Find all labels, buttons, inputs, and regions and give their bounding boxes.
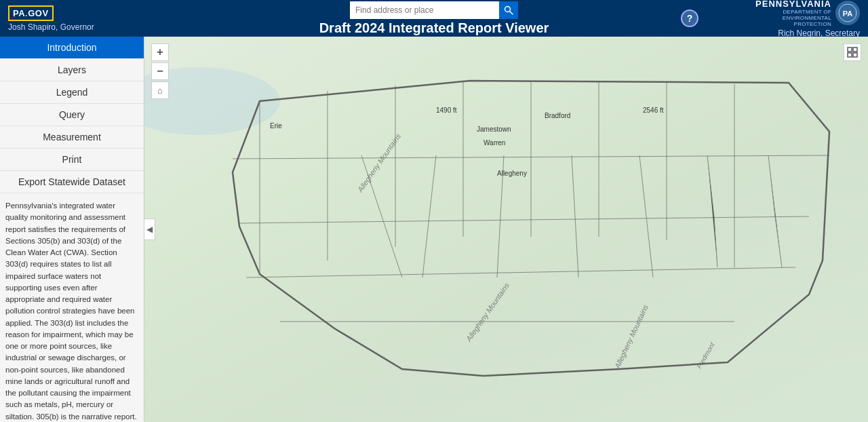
dep-text: pennsylvania DEPARTMENT OFENVIRONMENTALP… xyxy=(755,0,831,27)
sidebar-item-query[interactable]: Query xyxy=(0,104,144,126)
svg-text:PA: PA xyxy=(843,9,853,18)
sidebar-intro-content: Pennsylvania's integrated water quality … xyxy=(0,193,144,422)
sidebar-item-export[interactable]: Export Statewide Dataset xyxy=(0,171,144,193)
sidebar-item-legend[interactable]: Legend xyxy=(0,81,144,104)
svg-rect-6 xyxy=(144,37,868,422)
svg-text:Erie: Erie xyxy=(270,122,282,130)
sidebar-item-measurement[interactable]: Measurement xyxy=(0,126,144,149)
main-content: Introduction Layers Legend Query Measure… xyxy=(0,37,868,422)
search-bar xyxy=(350,1,518,19)
svg-rect-28 xyxy=(853,47,857,52)
governor-name: Josh Shapiro, Governor xyxy=(8,22,94,32)
svg-rect-29 xyxy=(848,53,852,57)
pa-label: PA xyxy=(13,8,25,18)
svg-text:2546 ft: 2546 ft xyxy=(643,107,664,114)
header-right: pennsylvania DEPARTMENT OFENVIRONMENTALP… xyxy=(711,0,860,38)
dep-logo: pennsylvania DEPARTMENT OFENVIRONMENTALP… xyxy=(755,0,860,27)
svg-rect-30 xyxy=(853,53,857,57)
map-controls: + − ⌂ xyxy=(151,43,169,99)
dep-dept-label: DEPARTMENT OFENVIRONMENTALPROTECTION xyxy=(783,9,831,27)
help-icon[interactable]: ? xyxy=(681,9,698,27)
pa-gov-badge[interactable]: PA.GOV xyxy=(8,5,54,21)
header-center: Draft 2024 Integrated Report Viewer xyxy=(157,1,711,36)
svg-text:Jamestown: Jamestown xyxy=(477,126,511,133)
gov-text: GOV xyxy=(28,8,48,18)
collapse-icon: ◀ xyxy=(146,225,153,234)
pa-map-svg: Allegheny Mountains Allegheny Mountains … xyxy=(144,37,868,422)
dep-logo-icon: PA xyxy=(835,1,860,25)
pa-eagle-icon: PA xyxy=(838,3,857,22)
header-left: PA.GOV Josh Shapiro, Governor xyxy=(8,5,157,32)
search-icon xyxy=(504,5,513,15)
svg-line-1 xyxy=(510,11,513,14)
zoom-out-button[interactable]: − xyxy=(151,62,169,80)
zoom-in-button[interactable]: + xyxy=(151,43,169,61)
sidebar-item-print[interactable]: Print xyxy=(0,149,144,171)
map-background: Allegheny Mountains Allegheny Mountains … xyxy=(144,37,868,422)
header: PA.GOV Josh Shapiro, Governor Draft 2024… xyxy=(0,0,868,37)
sidebar: Introduction Layers Legend Query Measure… xyxy=(0,37,144,422)
sidebar-item-introduction[interactable]: Introduction xyxy=(0,37,144,59)
intro-text: Pennsylvania's integrated water quality … xyxy=(5,202,137,422)
sidebar-item-layers[interactable]: Layers xyxy=(0,59,144,81)
home-button[interactable]: ⌂ xyxy=(151,81,169,99)
map-container[interactable]: Allegheny Mountains Allegheny Mountains … xyxy=(144,37,868,422)
svg-text:Bradford: Bradford xyxy=(545,112,570,119)
svg-rect-27 xyxy=(848,47,852,52)
svg-text:1490 ft: 1490 ft xyxy=(436,107,457,114)
dep-state-label: pennsylvania xyxy=(755,0,831,9)
grid-icon xyxy=(847,47,858,58)
svg-text:Warren: Warren xyxy=(484,139,505,147)
search-input[interactable] xyxy=(350,1,499,19)
page-title: Draft 2024 Integrated Report Viewer xyxy=(319,20,549,36)
grid-icon-button[interactable] xyxy=(844,43,861,61)
svg-text:Allegheny: Allegheny xyxy=(497,170,527,177)
search-button[interactable] xyxy=(499,1,518,19)
sidebar-collapse-button[interactable]: ◀ xyxy=(144,218,155,240)
